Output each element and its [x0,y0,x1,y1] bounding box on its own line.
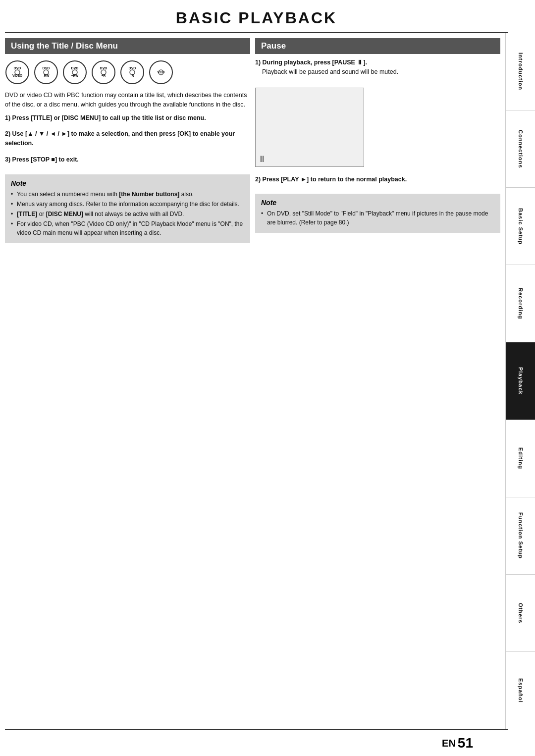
svg-text:-RW: -RW [43,74,50,77]
svg-text:DVD: DVD [43,66,50,70]
page-title: BASIC PLAYBACK [5,9,508,27]
pause-symbol: ⏸ [258,154,267,164]
left-step3-title: 3) Press [STOP ■] to exit. [5,155,250,164]
right-note-item-1: On DVD, set "Still Mode" to "Field" in "… [261,209,494,227]
svg-text:VCD: VCD [158,70,165,74]
left-intro-text: DVD or video CD with PBC function may co… [5,91,250,109]
left-note-item-4: For video CD, when "PBC (Video CD only)"… [11,219,244,237]
left-step3: 3) Press [STOP ■] to exit. [5,155,250,164]
dvd-minus-r-icon: DVD -R [120,60,145,85]
sidebar-tab-editing[interactable]: Editing [506,420,535,497]
right-step2-title: 2) Press [PLAY ►] to return to the norma… [255,175,500,184]
sidebar-tab-recording[interactable]: Recording [506,265,535,342]
dvd-rw-icon: DVD -RW [34,60,58,85]
right-step2: 2) Press [PLAY ►] to return to the norma… [255,175,500,184]
page-footer: EN 51 [5,729,508,756]
dvd-plus-rw-icon: DVD +RW [62,60,87,85]
left-step2: 2) Use [▲ / ▼ / ◄ / ►] to make a selecti… [5,129,250,148]
right-step1-sub: Playback will be paused and sound will b… [255,67,500,77]
dvd-plus-r-icon: DVD +R [91,60,116,85]
left-step1-title: 1) Press [TITLE] or [DISC MENU] to call … [5,113,250,123]
sidebar-tab-connections[interactable]: Connections [506,110,535,188]
left-step2-title: 2) Use [▲ / ▼ / ◄ / ►] to make a selecti… [5,129,250,148]
svg-text:VIDEO: VIDEO [12,74,22,77]
content-area: Using the Title / Disc Menu DVD VIDEO [0,33,535,729]
page-number-box: EN 51 [442,735,473,751]
right-sidebar: Introduction Connections Basic Setup Rec… [505,33,535,729]
svg-text:-R: -R [131,74,134,77]
dvd-video-icon: DVD VIDEO [5,60,30,85]
right-note-title: Note [261,199,494,207]
main-content: Using the Title / Disc Menu DVD VIDEO [0,33,505,729]
two-col-layout: Using the Title / Disc Menu DVD VIDEO [5,38,500,724]
left-note-item-1: You can select a numbered menu with [the… [11,190,244,199]
page-title-bar: BASIC PLAYBACK [5,0,508,33]
svg-text:DVD: DVD [71,66,79,70]
left-note-box: Note You can select a numbered menu with… [5,174,250,243]
svg-text:DVD: DVD [100,66,107,70]
sidebar-tab-introduction[interactable]: Introduction [506,33,535,110]
left-step1: 1) Press [TITLE] or [DISC MENU] to call … [5,113,250,123]
svg-text:DVD: DVD [129,66,136,70]
sidebar-tab-basic-setup[interactable]: Basic Setup [506,188,535,265]
sidebar-tab-function-setup[interactable]: Function Setup [506,497,535,575]
vcd-icon: VCD [149,60,173,85]
left-note-item-3: [TITLE] or [DISC MENU] will not always b… [11,210,244,218]
disc-icons-row: DVD VIDEO DVD -RW [5,58,250,87]
svg-text:+R: +R [102,74,106,77]
left-section-header: Using the Title / Disc Menu [5,38,250,54]
sidebar-tab-espanol[interactable]: Español [506,652,535,729]
right-section-header: Pause [255,38,500,54]
svg-text:+RW: +RW [71,74,79,77]
left-note-title: Note [11,179,244,187]
left-column: Using the Title / Disc Menu DVD VIDEO [5,38,250,724]
right-column: Pause 1) During playback, press [PAUSE ⏸… [255,38,500,724]
right-note-box: Note On DVD, set "Still Mode" to "Field"… [255,194,500,233]
right-step1: 1) During playback, press [PAUSE ⏸]. Pla… [255,58,500,77]
sidebar-tab-others[interactable]: Others [506,575,535,652]
page-wrapper: BASIC PLAYBACK Using the Title / Disc Me… [0,0,535,756]
svg-text:DVD: DVD [14,66,21,70]
right-step1-title: 1) During playback, press [PAUSE ⏸]. [255,58,500,67]
video-preview-box: ⏸ [255,88,364,167]
page-number: 51 [458,735,473,751]
sidebar-tab-playback[interactable]: Playback [506,342,535,420]
left-note-item-2: Menus vary among discs. Refer to the inf… [11,200,244,209]
en-label: EN [442,738,456,749]
